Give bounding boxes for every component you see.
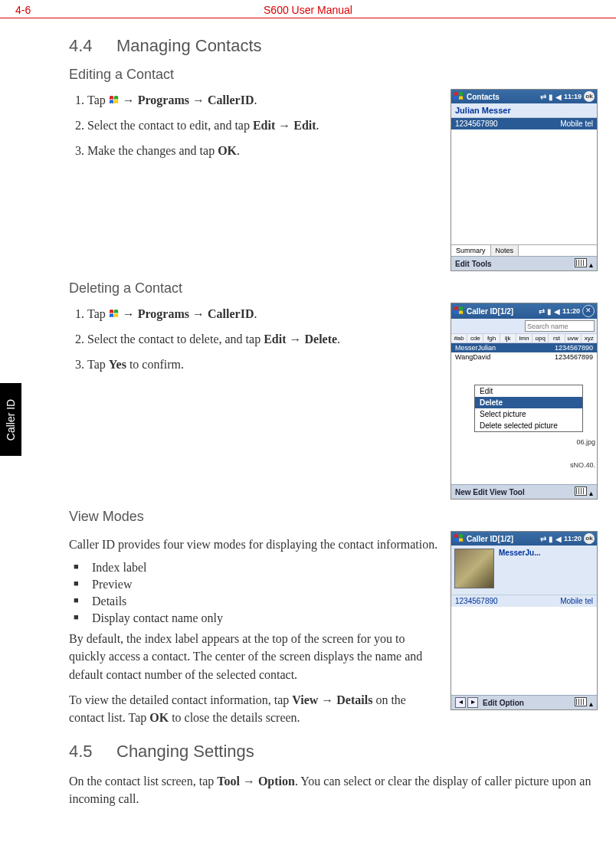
signal-icon: ▮ [547, 307, 552, 316]
delete-step-1: Tap → Programs → CallerID. [87, 305, 438, 323]
index-bar[interactable]: #abcdefghijklmnopqrstuvwxyz [451, 333, 597, 343]
view-default-desc: By default, the index label appears at t… [69, 630, 438, 683]
tab-notes[interactable]: Notes [491, 245, 519, 256]
phone-number[interactable]: 1234567890 [455, 597, 498, 605]
delete-step-2: Select the contact to delete, and tap Ed… [87, 330, 438, 348]
view-modes-list: Index label Preview Details Display cont… [69, 561, 438, 625]
edit-step-2: Select the contact to edit, and tap Edit… [87, 116, 438, 134]
menu-delete-picture[interactable]: Delete selected picture [475, 420, 582, 431]
phone-type: Mobile tel [560, 597, 593, 605]
start-flag-icon [454, 306, 464, 316]
signal-icon: ▮ [549, 93, 553, 101]
right-arrow-icon[interactable]: ▸ [467, 697, 478, 708]
contact-row[interactable]: WangDavid1234567899 [451, 352, 597, 362]
window-title: Contacts [467, 93, 538, 101]
start-flag-icon [109, 96, 120, 105]
close-button[interactable]: ✕ [582, 305, 595, 317]
connection-icon: ⇄ [540, 93, 546, 101]
speaker-icon: ◀ [555, 535, 562, 543]
editing-contact-heading: Editing a Contact [69, 67, 598, 83]
bottom-menus[interactable]: Edit Tools [455, 260, 492, 268]
left-arrow-icon[interactable]: ◂ [455, 697, 466, 708]
up-arrow-icon[interactable]: ▴ [589, 489, 593, 497]
view-intro: Caller ID provides four view modes for d… [69, 536, 438, 553]
menu-edit[interactable]: Edit [475, 385, 582, 397]
list-item: Index label [74, 561, 438, 575]
delete-step-3: Tap Yes to confirm. [87, 355, 438, 373]
search-input[interactable] [525, 320, 595, 332]
side-label-1: 06.jpg [576, 438, 595, 446]
keyboard-icon[interactable] [575, 697, 587, 706]
nav-arrows[interactable]: ◂▸ [455, 697, 478, 708]
list-item: Preview [74, 578, 438, 591]
tab-summary[interactable]: Summary [451, 245, 491, 256]
contact-name-preview: MesserJu... [499, 549, 540, 591]
contact-row-selected[interactable]: MesserJulian1234567890 [451, 343, 597, 352]
connection-icon: ⇄ [540, 535, 546, 543]
contact-photo [454, 549, 494, 588]
start-flag-icon [454, 92, 464, 101]
changing-settings-desc: On the contact list screen, tap Tool → O… [69, 772, 598, 808]
menu-select-picture[interactable]: Select picture [475, 408, 582, 420]
keyboard-icon[interactable] [575, 487, 587, 496]
page-header: 4-6 S600 User Manual [0, 0, 616, 18]
signal-icon: ▮ [549, 535, 553, 543]
screenshot-callerid-preview: Caller ID[1/2] ⇄ ▮ ◀ 11:20 ok MesserJu..… [451, 531, 598, 710]
phone-number[interactable]: 1234567890 [455, 120, 498, 128]
window-title: Caller ID[1/2] [467, 307, 536, 316]
window-title: Caller ID[1/2] [467, 535, 538, 543]
contact-name: Julian Messer [451, 103, 597, 118]
speaker-icon: ◀ [555, 93, 562, 101]
keyboard-icon[interactable] [575, 258, 587, 267]
start-flag-icon [109, 310, 120, 319]
list-item: Details [74, 595, 438, 608]
connection-icon: ⇄ [539, 307, 545, 316]
section-4-4-title: 4.4Managing Contacts [69, 36, 598, 56]
clock: 11:19 [564, 93, 582, 100]
ok-button[interactable]: ok [584, 533, 595, 544]
up-arrow-icon[interactable]: ▴ [589, 260, 593, 269]
edit-step-1: Tap → Programs → CallerID. [87, 91, 438, 109]
edit-popup-menu: Edit Delete Select picture Delete select… [474, 385, 583, 432]
chapter-side-tab: Caller ID [0, 383, 21, 456]
clock: 11:20 [564, 535, 582, 542]
up-arrow-icon[interactable]: ▴ [589, 699, 593, 708]
start-flag-icon [454, 534, 464, 543]
clock: 11:20 [562, 307, 580, 315]
bottom-menus[interactable]: New Edit View Tool [455, 488, 525, 496]
deleting-contact-heading: Deleting a Contact [69, 280, 598, 297]
side-label-2: sNO.40. [570, 461, 595, 469]
screenshot-callerid-delete: Caller ID[1/2] ⇄ ▮ ◀ 11:20 ✕ #abcdefghij… [451, 303, 598, 500]
view-details-desc: To view the detailed contact information… [69, 691, 438, 726]
screenshot-contacts-edit: Contacts ⇄ ▮ ◀ 11:19 ok Julian Messer 12… [451, 89, 598, 271]
list-item: Display contact name only [74, 611, 438, 625]
manual-title: S600 User Manual [0, 4, 616, 16]
deleting-steps: Tap → Programs → CallerID. Select the co… [69, 305, 438, 374]
view-modes-heading: View Modes [69, 509, 598, 525]
bottom-menus[interactable]: Edit Option [483, 699, 524, 707]
edit-step-3: Make the changes and tap OK. [87, 142, 438, 159]
speaker-icon: ◀ [554, 307, 560, 316]
phone-type: Mobile tel [560, 120, 593, 128]
section-4-5-title: 4.5Changing Settings [69, 742, 598, 762]
editing-steps: Tap → Programs → CallerID. Select the co… [69, 91, 438, 160]
menu-delete[interactable]: Delete [475, 397, 582, 408]
ok-button[interactable]: ok [584, 91, 595, 102]
